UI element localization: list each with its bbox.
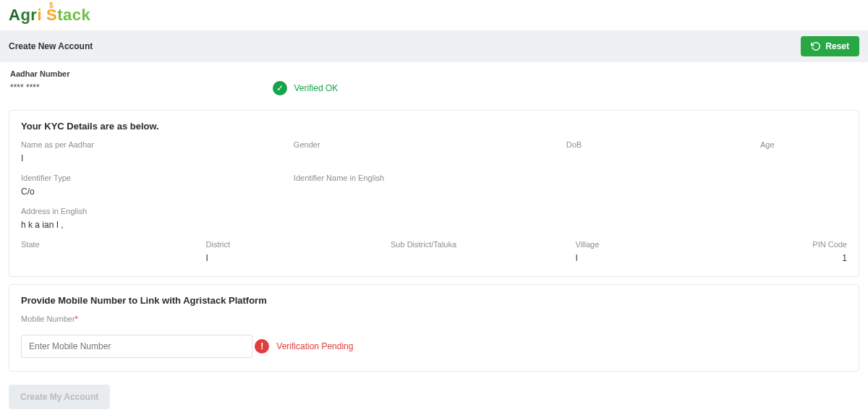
- gender-value: [294, 153, 553, 163]
- verification-pending-label: Verification Pending: [276, 341, 353, 351]
- reset-icon: [811, 41, 821, 51]
- verified-status-label: Verified OK: [294, 83, 339, 93]
- logo: Agri$Stack: [9, 6, 90, 25]
- id-type-label: Identifier Type: [21, 174, 281, 182]
- district-value: I: [206, 253, 383, 263]
- pincode-value: 1: [760, 253, 847, 263]
- state-value: [21, 253, 197, 263]
- check-circle-icon: ✓: [273, 81, 287, 95]
- verification-pending: ! Verification Pending: [255, 339, 353, 354]
- name-label: Name as per Aadhar: [21, 140, 281, 149]
- dob-label: DoB: [566, 140, 760, 149]
- address-value: h k a ian I ,: [21, 220, 847, 230]
- id-type-value: C/o: [21, 187, 281, 197]
- reset-button[interactable]: Reset: [801, 36, 859, 56]
- top-bar: Agri$Stack: [0, 0, 868, 30]
- district-label: District: [206, 240, 383, 249]
- aadhar-section: Aadhar Number **** **** ✓ Verified OK: [0, 62, 868, 103]
- kyc-title: Your KYC Details are as below.: [21, 121, 847, 132]
- age-value: [760, 153, 847, 163]
- kyc-card: Your KYC Details are as below. Name as p…: [9, 110, 859, 277]
- gender-label: Gender: [294, 140, 553, 149]
- subdistrict-value: [391, 253, 567, 263]
- state-label: State: [21, 240, 197, 249]
- header-bar: Create New Account Reset: [0, 30, 868, 62]
- subdistrict-label: Sub District/Taluka: [391, 240, 567, 249]
- name-value: I: [21, 153, 281, 163]
- village-value: I: [576, 253, 752, 263]
- aadhar-label: Aadhar Number: [10, 69, 70, 78]
- verified-status: ✓ Verified OK: [273, 81, 339, 95]
- dob-value: [566, 153, 760, 163]
- mobile-input[interactable]: [21, 335, 252, 358]
- aadhar-value: **** ****: [10, 82, 70, 93]
- id-name-label: Identifier Name in English: [294, 174, 553, 182]
- mobile-title: Provide Mobile Number to Link with Agris…: [21, 295, 847, 306]
- mobile-label: Mobile Number*: [21, 315, 847, 323]
- create-account-button[interactable]: Create My Account: [9, 385, 110, 409]
- village-label: Village: [576, 240, 752, 249]
- reset-button-label: Reset: [825, 41, 849, 51]
- id-name-value: [294, 187, 553, 197]
- age-label: Age: [760, 140, 847, 149]
- alert-circle-icon: !: [255, 339, 269, 354]
- mobile-card: Provide Mobile Number to Link with Agris…: [9, 284, 859, 372]
- address-label: Address in English: [21, 207, 847, 215]
- pincode-label: PIN Code: [760, 240, 847, 249]
- page-title: Create New Account: [9, 41, 93, 51]
